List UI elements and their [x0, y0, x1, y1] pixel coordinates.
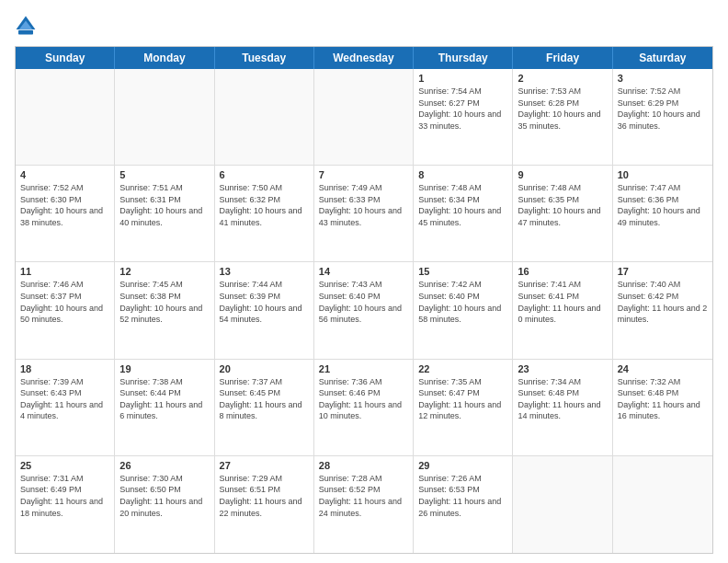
calendar-cell: 15Sunrise: 7:42 AM Sunset: 6:40 PM Dayli… — [414, 262, 513, 358]
day-number: 26 — [119, 460, 209, 471]
calendar-cell — [16, 69, 115, 165]
cell-details: Sunrise: 7:40 AM Sunset: 6:42 PM Dayligh… — [618, 279, 708, 325]
calendar-cell — [215, 69, 314, 165]
calendar-cell: 2Sunrise: 7:53 AM Sunset: 6:28 PM Daylig… — [513, 69, 612, 165]
day-number: 27 — [220, 460, 309, 471]
header — [15, 15, 713, 37]
calendar-row: 1Sunrise: 7:54 AM Sunset: 6:27 PM Daylig… — [16, 69, 712, 166]
calendar-cell: 27Sunrise: 7:29 AM Sunset: 6:51 PM Dayli… — [215, 456, 314, 553]
day-number: 5 — [119, 169, 209, 180]
day-number: 7 — [319, 169, 408, 180]
calendar-cell: 24Sunrise: 7:32 AM Sunset: 6:48 PM Dayli… — [613, 360, 712, 455]
calendar-cell: 17Sunrise: 7:40 AM Sunset: 6:42 PM Dayli… — [613, 262, 712, 358]
cell-details: Sunrise: 7:48 AM Sunset: 6:35 PM Dayligh… — [518, 182, 607, 228]
cell-details: Sunrise: 7:32 AM Sunset: 6:48 PM Dayligh… — [618, 376, 708, 422]
calendar-cell: 12Sunrise: 7:45 AM Sunset: 6:38 PM Dayli… — [115, 262, 214, 358]
day-number: 4 — [20, 169, 109, 180]
svg-rect-2 — [18, 30, 33, 35]
calendar-cell: 21Sunrise: 7:36 AM Sunset: 6:46 PM Dayli… — [314, 360, 414, 455]
cell-details: Sunrise: 7:37 AM Sunset: 6:45 PM Dayligh… — [220, 376, 309, 422]
weekday-header: Saturday — [613, 47, 712, 69]
cell-details: Sunrise: 7:49 AM Sunset: 6:33 PM Dayligh… — [319, 182, 408, 228]
day-number: 22 — [418, 363, 507, 374]
day-number: 18 — [20, 363, 109, 374]
calendar-cell — [314, 69, 414, 165]
cell-details: Sunrise: 7:50 AM Sunset: 6:32 PM Dayligh… — [220, 182, 309, 228]
calendar-row: 25Sunrise: 7:31 AM Sunset: 6:49 PM Dayli… — [16, 456, 712, 553]
calendar-cell: 9Sunrise: 7:48 AM Sunset: 6:35 PM Daylig… — [513, 166, 612, 261]
calendar-cell: 16Sunrise: 7:41 AM Sunset: 6:41 PM Dayli… — [513, 262, 612, 358]
day-number: 15 — [418, 266, 507, 277]
cell-details: Sunrise: 7:54 AM Sunset: 6:27 PM Dayligh… — [418, 86, 507, 132]
calendar-cell: 8Sunrise: 7:48 AM Sunset: 6:34 PM Daylig… — [414, 166, 513, 261]
cell-details: Sunrise: 7:45 AM Sunset: 6:38 PM Dayligh… — [119, 279, 209, 325]
calendar-cell: 6Sunrise: 7:50 AM Sunset: 6:32 PM Daylig… — [215, 166, 314, 261]
cell-details: Sunrise: 7:34 AM Sunset: 6:48 PM Dayligh… — [518, 376, 607, 422]
cell-details: Sunrise: 7:48 AM Sunset: 6:34 PM Dayligh… — [418, 182, 507, 228]
logo-icon — [15, 15, 37, 37]
day-number: 14 — [319, 266, 408, 277]
cell-details: Sunrise: 7:47 AM Sunset: 6:36 PM Dayligh… — [618, 182, 708, 228]
calendar: SundayMondayTuesdayWednesdayThursdayFrid… — [15, 46, 713, 554]
cell-details: Sunrise: 7:28 AM Sunset: 6:52 PM Dayligh… — [319, 473, 408, 519]
calendar-row: 18Sunrise: 7:39 AM Sunset: 6:43 PM Dayli… — [16, 360, 712, 456]
day-number: 25 — [20, 460, 109, 471]
calendar-cell: 5Sunrise: 7:51 AM Sunset: 6:31 PM Daylig… — [115, 166, 214, 261]
weekday-header: Wednesday — [314, 47, 414, 69]
cell-details: Sunrise: 7:36 AM Sunset: 6:46 PM Dayligh… — [319, 376, 408, 422]
calendar-cell: 14Sunrise: 7:43 AM Sunset: 6:40 PM Dayli… — [314, 262, 414, 358]
day-number: 28 — [319, 460, 408, 471]
cell-details: Sunrise: 7:41 AM Sunset: 6:41 PM Dayligh… — [518, 279, 607, 325]
calendar-cell: 10Sunrise: 7:47 AM Sunset: 6:36 PM Dayli… — [613, 166, 712, 261]
calendar-cell: 4Sunrise: 7:52 AM Sunset: 6:30 PM Daylig… — [16, 166, 115, 261]
cell-details: Sunrise: 7:53 AM Sunset: 6:28 PM Dayligh… — [518, 86, 607, 132]
calendar-cell — [613, 456, 712, 553]
calendar-row: 4Sunrise: 7:52 AM Sunset: 6:30 PM Daylig… — [16, 166, 712, 262]
logo — [15, 15, 40, 37]
day-number: 29 — [418, 460, 507, 471]
calendar-header: SundayMondayTuesdayWednesdayThursdayFrid… — [16, 47, 712, 69]
day-number: 13 — [220, 266, 309, 277]
calendar-cell: 11Sunrise: 7:46 AM Sunset: 6:37 PM Dayli… — [16, 262, 115, 358]
cell-details: Sunrise: 7:39 AM Sunset: 6:43 PM Dayligh… — [20, 376, 109, 422]
calendar-cell: 26Sunrise: 7:30 AM Sunset: 6:50 PM Dayli… — [115, 456, 214, 553]
calendar-cell: 25Sunrise: 7:31 AM Sunset: 6:49 PM Dayli… — [16, 456, 115, 553]
cell-details: Sunrise: 7:42 AM Sunset: 6:40 PM Dayligh… — [418, 279, 507, 325]
cell-details: Sunrise: 7:35 AM Sunset: 6:47 PM Dayligh… — [418, 376, 507, 422]
day-number: 2 — [518, 73, 607, 84]
calendar-cell: 13Sunrise: 7:44 AM Sunset: 6:39 PM Dayli… — [215, 262, 314, 358]
cell-details: Sunrise: 7:51 AM Sunset: 6:31 PM Dayligh… — [119, 182, 209, 228]
cell-details: Sunrise: 7:38 AM Sunset: 6:44 PM Dayligh… — [119, 376, 209, 422]
day-number: 16 — [518, 266, 607, 277]
cell-details: Sunrise: 7:30 AM Sunset: 6:50 PM Dayligh… — [119, 473, 209, 519]
calendar-cell: 22Sunrise: 7:35 AM Sunset: 6:47 PM Dayli… — [414, 360, 513, 455]
day-number: 21 — [319, 363, 408, 374]
weekday-header: Thursday — [414, 47, 513, 69]
cell-details: Sunrise: 7:31 AM Sunset: 6:49 PM Dayligh… — [20, 473, 109, 519]
day-number: 24 — [618, 363, 708, 374]
day-number: 1 — [418, 73, 507, 84]
day-number: 11 — [20, 266, 109, 277]
calendar-cell: 19Sunrise: 7:38 AM Sunset: 6:44 PM Dayli… — [115, 360, 214, 455]
weekday-header: Sunday — [16, 47, 115, 69]
day-number: 12 — [119, 266, 209, 277]
calendar-cell: 1Sunrise: 7:54 AM Sunset: 6:27 PM Daylig… — [414, 69, 513, 165]
day-number: 9 — [518, 169, 607, 180]
calendar-row: 11Sunrise: 7:46 AM Sunset: 6:37 PM Dayli… — [16, 262, 712, 359]
day-number: 8 — [418, 169, 507, 180]
cell-details: Sunrise: 7:29 AM Sunset: 6:51 PM Dayligh… — [220, 473, 309, 519]
cell-details: Sunrise: 7:44 AM Sunset: 6:39 PM Dayligh… — [220, 279, 309, 325]
day-number: 3 — [618, 73, 708, 84]
cell-details: Sunrise: 7:46 AM Sunset: 6:37 PM Dayligh… — [20, 279, 109, 325]
day-number: 23 — [518, 363, 607, 374]
calendar-body: 1Sunrise: 7:54 AM Sunset: 6:27 PM Daylig… — [16, 69, 712, 553]
day-number: 6 — [220, 169, 309, 180]
weekday-header: Tuesday — [215, 47, 314, 69]
weekday-header: Friday — [513, 47, 612, 69]
calendar-cell: 28Sunrise: 7:28 AM Sunset: 6:52 PM Dayli… — [314, 456, 414, 553]
calendar-cell — [513, 456, 612, 553]
calendar-cell: 7Sunrise: 7:49 AM Sunset: 6:33 PM Daylig… — [314, 166, 414, 261]
calendar-cell: 3Sunrise: 7:52 AM Sunset: 6:29 PM Daylig… — [613, 69, 712, 165]
day-number: 20 — [220, 363, 309, 374]
cell-details: Sunrise: 7:43 AM Sunset: 6:40 PM Dayligh… — [319, 279, 408, 325]
